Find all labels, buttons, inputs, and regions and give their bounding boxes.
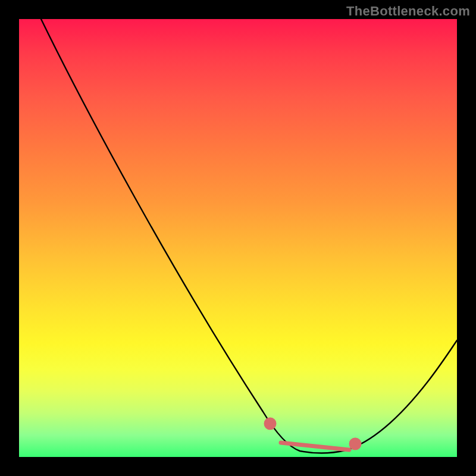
bottleneck-curve bbox=[41, 19, 457, 453]
chart-frame: TheBottleneck.com bbox=[0, 0, 476, 476]
plot-area bbox=[19, 19, 457, 457]
watermark-text: TheBottleneck.com bbox=[346, 4, 470, 19]
svg-point-2 bbox=[351, 440, 359, 448]
curve-layer bbox=[19, 19, 457, 457]
svg-point-0 bbox=[266, 419, 274, 428]
